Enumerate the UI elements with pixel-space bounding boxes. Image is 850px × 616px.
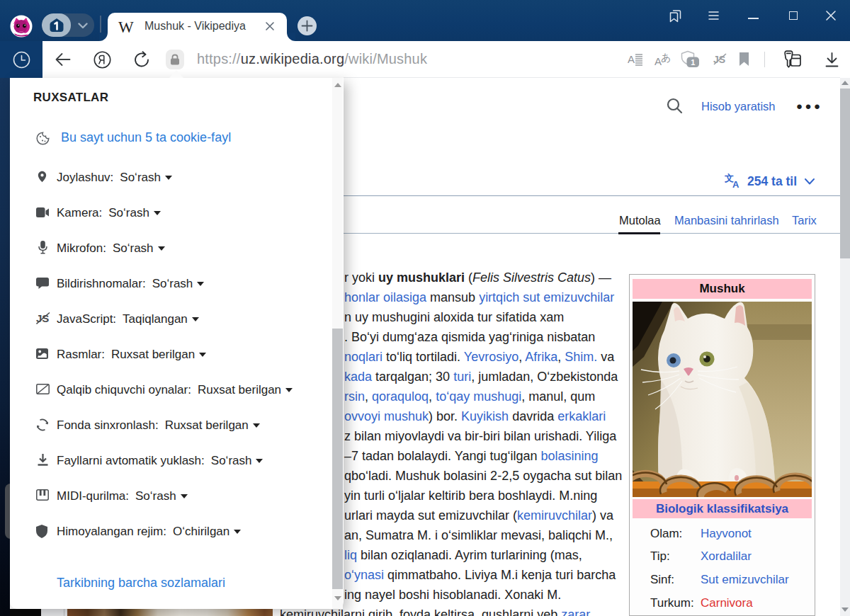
svg-text:あ: あ [661,52,671,63]
svg-text:A: A [628,53,635,65]
svg-text:A: A [732,179,740,188]
svg-text:1: 1 [691,58,695,67]
